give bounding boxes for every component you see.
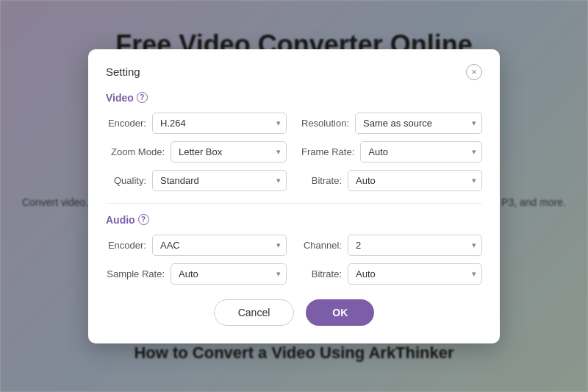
zoom-mode-select-wrap: Letter Box Pan & Scan Full ▾	[171, 141, 287, 163]
audio-bitrate-select-wrap: Auto 128k 256k ▾	[348, 263, 482, 285]
zoom-mode-select[interactable]: Letter Box Pan & Scan Full	[171, 141, 287, 163]
audio-fields-grid: Encoder: AAC MP3 AC3 ▾ Channel: 2 1	[106, 235, 482, 285]
video-help-icon[interactable]: ?	[137, 92, 148, 103]
sample-rate-label: Sample Rate:	[106, 268, 165, 279]
ok-button[interactable]: OK	[306, 299, 374, 326]
frame-rate-label: Frame Rate:	[301, 146, 354, 157]
video-encoder-select[interactable]: H.264 H.265 MPEG-4	[152, 113, 287, 134]
section-divider	[106, 203, 482, 204]
audio-encoder-select[interactable]: AAC MP3 AC3	[152, 235, 287, 256]
video-fields-grid: Encoder: H.264 H.265 MPEG-4 ▾ Resolution…	[106, 113, 482, 191]
channel-label: Channel:	[301, 240, 342, 251]
quality-select-wrap: Standard High Low ▾	[152, 170, 287, 191]
frame-rate-row: Frame Rate: Auto 24 30 60 ▾	[301, 141, 482, 163]
video-bitrate-select-wrap: Auto 1000k 2000k ▾	[348, 170, 482, 191]
video-bitrate-select[interactable]: Auto 1000k 2000k	[348, 170, 482, 191]
audio-bitrate-label: Bitrate:	[301, 268, 342, 279]
channel-row: Channel: 2 1 6 ▾	[301, 235, 482, 256]
video-bitrate-label: Bitrate:	[301, 175, 342, 186]
zoom-mode-label: Zoom Mode:	[106, 146, 165, 157]
video-encoder-select-wrap: H.264 H.265 MPEG-4 ▾	[152, 113, 287, 134]
audio-encoder-select-wrap: AAC MP3 AC3 ▾	[152, 235, 287, 256]
audio-section-label: Audio ?	[106, 214, 482, 226]
zoom-mode-row: Zoom Mode: Letter Box Pan & Scan Full ▾	[106, 141, 287, 163]
quality-row: Quality: Standard High Low ▾	[106, 170, 287, 191]
video-encoder-row: Encoder: H.264 H.265 MPEG-4 ▾	[106, 113, 287, 134]
quality-select[interactable]: Standard High Low	[152, 170, 287, 191]
channel-select[interactable]: 2 1 6	[348, 235, 482, 256]
video-bitrate-row: Bitrate: Auto 1000k 2000k ▾	[301, 170, 482, 191]
audio-bitrate-row: Bitrate: Auto 128k 256k ▾	[301, 263, 482, 285]
audio-help-icon[interactable]: ?	[138, 214, 149, 225]
cancel-button[interactable]: Cancel	[214, 299, 295, 326]
dialog-footer: Cancel OK	[106, 299, 482, 326]
settings-dialog: Setting × Video ? Encoder: H.264 H.265 M…	[88, 49, 500, 343]
sample-rate-row: Sample Rate: Auto 44100 48000 ▾	[106, 263, 287, 285]
video-encoder-label: Encoder:	[106, 118, 146, 129]
audio-encoder-label: Encoder:	[106, 240, 146, 251]
frame-rate-select-wrap: Auto 24 30 60 ▾	[360, 141, 482, 163]
resolution-select[interactable]: Same as source 1920×1080 1280×720	[355, 113, 482, 134]
dialog-title: Setting	[106, 65, 140, 78]
frame-rate-select[interactable]: Auto 24 30 60	[360, 141, 482, 163]
modal-overlay: Setting × Video ? Encoder: H.264 H.265 M…	[0, 0, 588, 392]
resolution-row: Resolution: Same as source 1920×1080 128…	[301, 113, 482, 134]
sample-rate-select[interactable]: Auto 44100 48000	[171, 263, 287, 285]
resolution-label: Resolution:	[301, 118, 349, 129]
video-label-text: Video	[106, 92, 134, 104]
resolution-select-wrap: Same as source 1920×1080 1280×720 ▾	[355, 113, 482, 134]
channel-select-wrap: 2 1 6 ▾	[348, 235, 482, 256]
quality-label: Quality:	[106, 175, 146, 186]
video-section-label: Video ?	[106, 92, 482, 104]
audio-bitrate-select[interactable]: Auto 128k 256k	[348, 263, 482, 285]
audio-label-text: Audio	[106, 214, 135, 226]
dialog-header: Setting ×	[106, 64, 482, 80]
audio-encoder-row: Encoder: AAC MP3 AC3 ▾	[106, 235, 287, 256]
close-button[interactable]: ×	[466, 64, 482, 80]
sample-rate-select-wrap: Auto 44100 48000 ▾	[171, 263, 287, 285]
